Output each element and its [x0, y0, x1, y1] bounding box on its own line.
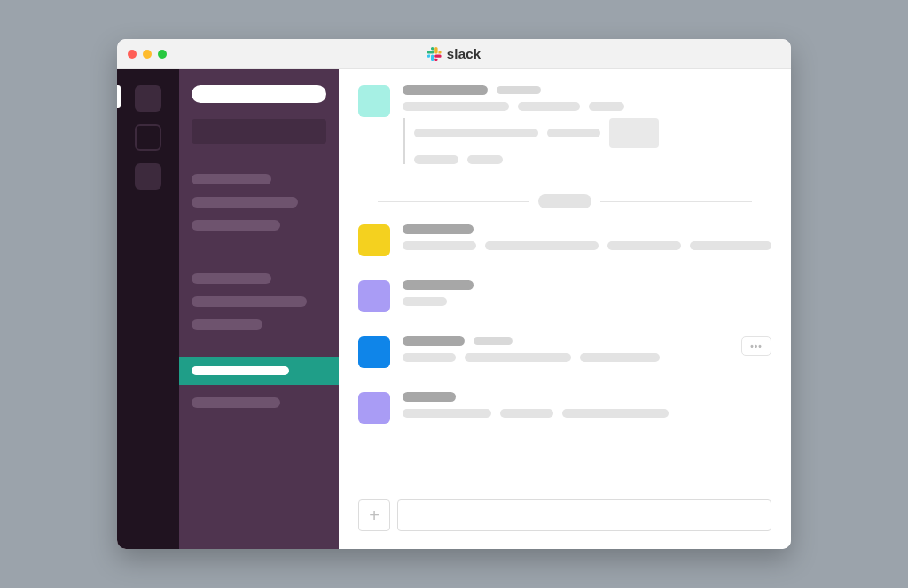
message-text-fragment — [500, 409, 553, 418]
workspace-switcher-item[interactable] — [135, 124, 161, 151]
main-pane: ••• + — [339, 69, 791, 549]
message-text-fragment — [403, 409, 491, 418]
sidebar-active-label — [192, 366, 289, 375]
timestamp — [474, 337, 513, 345]
titlebar: slack — [117, 39, 791, 69]
window-controls[interactable] — [128, 50, 167, 59]
plus-icon: + — [369, 506, 380, 526]
message-body — [403, 280, 771, 313]
message-row[interactable] — [358, 85, 771, 171]
sender-name[interactable] — [403, 280, 474, 290]
app-window: slack ••• + — [117, 39, 791, 549]
message-text-fragment — [580, 353, 660, 362]
app-brand: slack — [427, 46, 481, 61]
message-text-fragment — [403, 102, 509, 111]
message-row[interactable]: ••• — [358, 336, 771, 369]
quoted-reply — [403, 118, 771, 164]
sidebar-item[interactable] — [192, 397, 280, 408]
sidebar-item[interactable] — [192, 220, 280, 231]
sidebar — [179, 69, 339, 549]
sender-name[interactable] — [403, 224, 474, 234]
message-text-fragment — [607, 241, 681, 250]
date-divider — [378, 194, 752, 208]
message-text-fragment — [518, 102, 580, 111]
window-dot[interactable] — [158, 50, 167, 59]
message-body — [403, 224, 771, 257]
window-dot[interactable] — [128, 50, 137, 59]
message-text-fragment — [562, 409, 669, 418]
message-input[interactable] — [397, 499, 771, 531]
sidebar-group-2 — [179, 261, 339, 342]
brand-text: slack — [447, 46, 481, 61]
message-row[interactable] — [358, 392, 771, 425]
message-row[interactable] — [358, 224, 771, 257]
attach-button[interactable]: + — [358, 499, 390, 531]
avatar[interactable] — [358, 392, 390, 424]
avatar[interactable] — [358, 336, 390, 368]
workspace-switcher-item[interactable] — [135, 163, 161, 190]
window-dot[interactable] — [143, 50, 152, 59]
active-workspace-indicator — [117, 85, 121, 108]
message-text-fragment — [403, 241, 476, 250]
sidebar-item[interactable] — [192, 174, 271, 184]
sidebar-group-3 — [179, 385, 339, 420]
message-body — [403, 85, 771, 171]
date-pill — [538, 194, 591, 208]
workspace-header[interactable] — [192, 85, 326, 103]
sender-name[interactable] — [403, 336, 465, 346]
workspace-switcher-item[interactable] — [135, 85, 161, 112]
sidebar-group-1 — [179, 161, 339, 243]
slack-logo-icon — [427, 47, 442, 61]
sidebar-item-active[interactable] — [179, 357, 339, 385]
message-text-fragment — [465, 353, 571, 362]
avatar[interactable] — [358, 224, 390, 256]
composer: + — [358, 499, 771, 535]
message-body: ••• — [403, 336, 771, 369]
message-text-fragment — [403, 297, 447, 306]
timestamp — [497, 86, 541, 94]
sidebar-item[interactable] — [192, 197, 298, 208]
attachment-thumbnail[interactable] — [609, 118, 659, 148]
sidebar-item[interactable] — [192, 273, 271, 284]
sidebar-search-block[interactable] — [192, 119, 326, 144]
message-text-fragment — [589, 102, 624, 111]
content: ••• + — [117, 69, 791, 549]
avatar[interactable] — [358, 85, 390, 117]
message-row[interactable] — [358, 280, 771, 313]
sidebar-item[interactable] — [192, 296, 307, 307]
sender-name[interactable] — [403, 85, 488, 95]
message-list: ••• — [339, 69, 791, 490]
workspace-rail — [117, 69, 179, 549]
message-text-fragment — [690, 241, 771, 250]
message-body — [403, 392, 771, 425]
message-text-fragment — [403, 353, 456, 362]
avatar[interactable] — [358, 280, 390, 312]
message-actions-button[interactable]: ••• — [741, 336, 771, 356]
message-text-fragment — [485, 241, 599, 250]
sender-name[interactable] — [403, 392, 456, 402]
sidebar-item[interactable] — [192, 319, 262, 330]
